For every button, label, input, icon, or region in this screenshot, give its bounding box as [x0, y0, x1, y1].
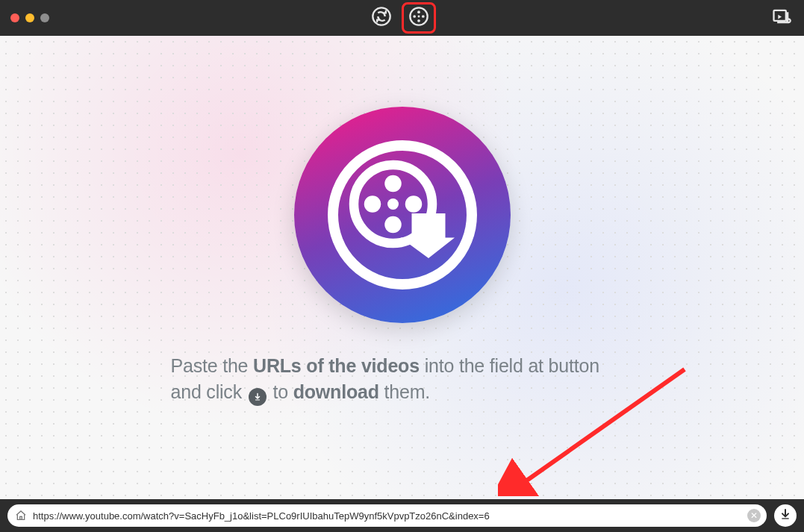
- titlebar: [0, 0, 804, 36]
- refresh-icon: [371, 6, 392, 30]
- media-library-button[interactable]: [771, 6, 792, 30]
- instruction-bold2: download: [293, 381, 379, 402]
- main-area: Paste the URLs of the videos into the fi…: [0, 36, 804, 499]
- hero-ring: [328, 140, 477, 290]
- instruction-bold1: URLs of the videos: [253, 355, 420, 376]
- svg-point-6: [417, 16, 420, 18]
- minimize-window-button[interactable]: [25, 13, 34, 22]
- download-icon: [779, 508, 791, 523]
- window-controls: [0, 13, 49, 22]
- svg-rect-14: [255, 400, 260, 401]
- top-tabs: [369, 2, 436, 34]
- zoom-window-button[interactable]: [40, 13, 49, 22]
- home-icon: [15, 510, 27, 522]
- hero-badge: [294, 107, 511, 323]
- svg-point-11: [384, 216, 402, 234]
- download-button[interactable]: [774, 504, 797, 527]
- url-field[interactable]: ✕: [7, 504, 767, 527]
- svg-point-2: [417, 10, 420, 13]
- svg-point-0: [373, 7, 390, 25]
- svg-rect-7: [774, 10, 786, 21]
- instruction-text: Paste the URLs of the videos into the fi…: [171, 353, 634, 406]
- instruction-part3: to: [268, 381, 293, 402]
- clear-url-button[interactable]: ✕: [747, 509, 761, 522]
- media-library-icon: [771, 16, 792, 29]
- bottombar: ✕: [0, 499, 804, 532]
- svg-point-13: [387, 198, 399, 210]
- svg-point-3: [413, 15, 416, 18]
- svg-point-10: [364, 195, 381, 213]
- close-window-button[interactable]: [10, 13, 19, 22]
- film-reel-icon: [408, 6, 429, 30]
- tab-download: [406, 5, 431, 31]
- instruction-part1: Paste the: [171, 355, 254, 376]
- svg-point-9: [384, 175, 402, 193]
- instruction-part4: them.: [379, 381, 430, 402]
- svg-rect-16: [20, 516, 22, 519]
- film-download-icon: [346, 157, 458, 272]
- svg-point-5: [417, 19, 420, 22]
- svg-rect-17: [782, 518, 788, 519]
- tab-download-highlighted[interactable]: [402, 2, 436, 34]
- tab-convert[interactable]: [369, 5, 394, 31]
- download-inline-icon: [249, 388, 267, 406]
- svg-point-4: [421, 15, 424, 18]
- url-input[interactable]: [33, 510, 741, 522]
- svg-point-12: [405, 195, 422, 213]
